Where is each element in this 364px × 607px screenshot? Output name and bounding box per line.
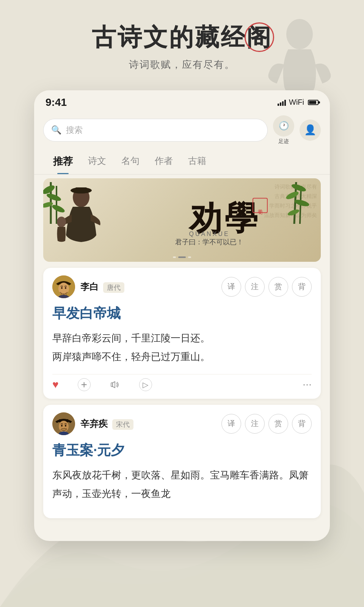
- status-icons: WiFi: [278, 98, 318, 107]
- translate-btn-1[interactable]: 译: [221, 277, 241, 297]
- banner-stamp: 荀子: [253, 198, 268, 213]
- audio-icon: [110, 379, 120, 390]
- poem-content-2: 东风夜放花千树，更吹落、星如雨。宝马雕车香满路。凤箫声动，玉壶光转，一夜鱼龙: [52, 466, 312, 503]
- svg-point-19: [58, 283, 69, 295]
- app-title: 古诗文的藏经阁: [15, 23, 349, 52]
- poet-name-2: 辛弃疾: [80, 418, 108, 429]
- app-subtitle: 诗词歌赋，应有尽有。: [15, 58, 349, 71]
- recite-btn-1[interactable]: 背: [292, 277, 312, 297]
- poem-action-btns-2: 译 注 赏 背: [221, 414, 312, 434]
- banner-dot-3: [188, 256, 191, 258]
- poem-card-1: 李白 唐代 译 注 赏 背 早发白帝城 早辞白帝彩云间，千里江陵一日还。 两岸猿…: [43, 268, 321, 399]
- note-btn-2[interactable]: 注: [245, 414, 265, 434]
- svg-rect-25: [111, 383, 113, 387]
- svg-rect-9: [75, 187, 87, 192]
- poet-avatar-2[interactable]: [52, 412, 75, 435]
- svg-point-29: [61, 425, 63, 426]
- poet-dynasty-1: 唐代: [103, 282, 124, 293]
- svg-point-23: [61, 287, 63, 289]
- banner-dot-2: [178, 256, 186, 258]
- svg-point-14: [285, 190, 300, 201]
- bamboo-right-icon: [271, 178, 317, 224]
- battery-icon: [308, 100, 318, 105]
- search-placeholder: 搜索: [66, 124, 83, 136]
- add-btn-1[interactable]: +: [78, 378, 91, 391]
- tab-recommend[interactable]: 推荐: [46, 151, 80, 174]
- poet-name-1: 李白: [80, 281, 99, 292]
- status-time: 9:41: [46, 96, 67, 109]
- appreciate-btn-1[interactable]: 赏: [268, 277, 288, 297]
- tab-poetry[interactable]: 诗文: [80, 151, 114, 174]
- poet-row-1: 李白 唐代 译 注 赏 背: [52, 275, 312, 298]
- banner-figure: [51, 186, 111, 262]
- tab-authors[interactable]: 作者: [147, 151, 180, 174]
- poet-left-1: 李白 唐代: [52, 275, 124, 298]
- note-btn-1[interactable]: 注: [245, 277, 265, 297]
- status-bar: 9:41 WiFi: [34, 90, 330, 112]
- poem-content-1: 早辞白帝彩云间，千里江陵一日还。 两岸猿声啼不住，轻舟已过万重山。: [52, 329, 312, 366]
- poet-name-dynasty-2: 辛弃疾 宋代: [80, 418, 133, 430]
- audio-btn-1[interactable]: [110, 379, 120, 390]
- poet-row-2: 辛弃疾 宋代 译 注 赏 背: [52, 412, 312, 435]
- history-label: 足迹: [278, 138, 289, 145]
- banner-subtitle: QUANXUE 君子曰：学不可以已！: [175, 231, 243, 247]
- appreciate-btn-2[interactable]: 赏: [268, 414, 288, 434]
- svg-point-30: [65, 425, 66, 426]
- svg-point-10: [57, 217, 66, 227]
- poem-title-1: 早发白帝城: [52, 304, 312, 323]
- more-btn-1[interactable]: ⋯: [303, 379, 312, 390]
- poet-dynasty-2: 宋代: [112, 419, 133, 430]
- next-btn-1[interactable]: ▷: [139, 378, 152, 391]
- poet-name-dynasty-1: 李白 唐代: [80, 281, 124, 293]
- svg-point-24: [65, 287, 66, 289]
- svg-point-16: [287, 208, 300, 217]
- search-icon: 🔍: [51, 125, 61, 135]
- svg-point-13: [291, 182, 307, 193]
- poem-action-btns-1: 译 注 赏 背: [221, 277, 312, 297]
- phone-mockup: 9:41 WiFi 🔍 搜索 🕐 足迹: [34, 90, 330, 541]
- poem-title-2: 青玉案·元夕: [52, 441, 312, 460]
- poet-left-2: 辛弃疾 宋代: [52, 412, 133, 435]
- banner-title: 劝學: [189, 201, 260, 235]
- banner[interactable]: 诗词歌赋应有尽有古典文学博大精深学而时习之不亦说乎温故而知新可以为师矣: [43, 178, 321, 262]
- poem-card-2: 辛弃疾 宋代 译 注 赏 背 青玉案·元夕 东风夜放花千树，更吹落、星如雨。宝马…: [43, 405, 321, 519]
- tab-classics[interactable]: 古籍: [180, 151, 214, 174]
- poem-actions-1: ♥ + ▷ ⋯: [52, 374, 312, 391]
- poet-avatar-1[interactable]: [52, 275, 75, 298]
- like-btn-1[interactable]: ♥: [52, 379, 59, 391]
- history-button[interactable]: 🕐 足迹: [273, 115, 294, 145]
- banner-dots: [173, 256, 191, 258]
- wifi-icon: WiFi: [289, 98, 304, 107]
- search-container: 🔍 搜索 🕐 足迹 👤: [34, 112, 330, 148]
- recite-btn-2[interactable]: 背: [292, 414, 312, 434]
- history-icon: 🕐: [279, 121, 289, 131]
- search-bar[interactable]: 🔍 搜索: [43, 119, 268, 142]
- tab-quotes[interactable]: 名句: [114, 151, 147, 174]
- user-icon: 👤: [304, 124, 316, 136]
- translate-btn-2[interactable]: 译: [221, 414, 241, 434]
- banner-dot-1: [173, 256, 176, 258]
- signal-icon: [278, 99, 286, 106]
- user-button[interactable]: 👤: [300, 120, 321, 141]
- nav-tabs: 推荐 诗文 名句 作者 古籍: [34, 148, 330, 175]
